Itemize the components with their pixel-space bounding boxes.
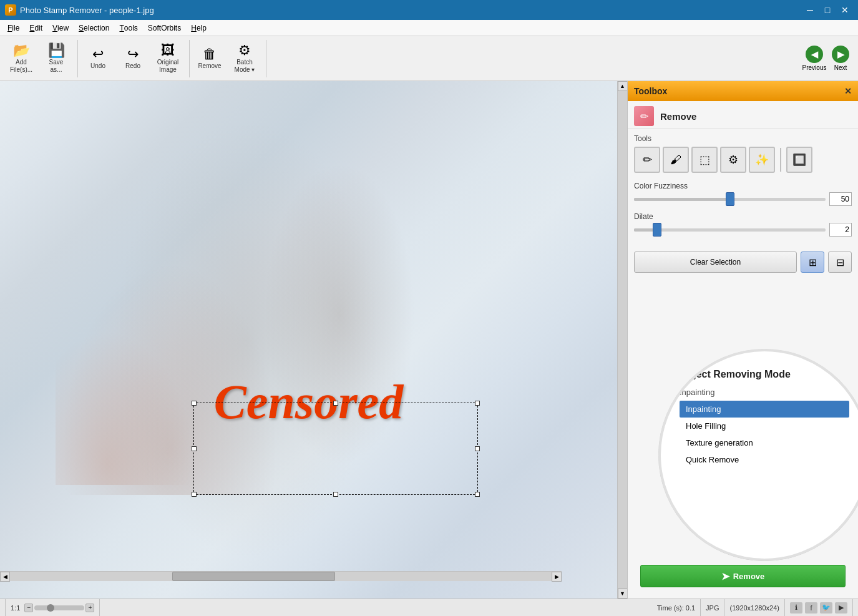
maximize-button[interactable]: □ (819, 3, 836, 17)
horizontal-scrollbar[interactable]: ◀ ▶ (0, 571, 562, 581)
mode-button-1[interactable]: ⊞ (801, 252, 824, 273)
menu-softorbits[interactable]: SoftOrbits (143, 20, 186, 36)
magic-wand-tool[interactable]: ⚙ (720, 147, 746, 173)
dropdown-title: Object Removing Mode (680, 369, 849, 380)
remove-arrow-icon: ➤ (721, 570, 729, 582)
wand-tool[interactable]: ✨ (749, 147, 775, 173)
menu-help[interactable]: Help (186, 20, 212, 36)
dilate-control: 2 (634, 223, 852, 237)
canvas-area[interactable]: Censored ◀ ▶ (0, 81, 617, 599)
hand-area (62, 262, 278, 495)
remove-action-area: ➤ Remove (634, 560, 852, 592)
add-files-button[interactable]: 📂 AddFile(s)... (5, 41, 37, 77)
scroll-down-button[interactable]: ▼ (618, 589, 628, 599)
color-fuzziness-track[interactable] (634, 198, 826, 201)
scroll-up-button[interactable]: ▲ (618, 81, 628, 91)
tools-label: Tools (634, 134, 852, 143)
dilate-thumb[interactable] (653, 223, 661, 237)
sliders-section: Color Fuzziness 50 Dilate 2 (628, 178, 858, 248)
photo-canvas: Censored (0, 81, 617, 599)
close-button[interactable]: ✕ (837, 3, 853, 17)
clear-selection-button[interactable]: Clear Selection (634, 252, 797, 273)
brush-tool[interactable]: 🖌 (663, 147, 689, 173)
info-icon[interactable]: ℹ (790, 602, 802, 614)
dropdown-option-quick-remove[interactable]: Quick Remove (680, 451, 849, 468)
batch-icon: ⚙ (238, 44, 251, 57)
undo-label: Undo (90, 62, 105, 70)
tools-row: ✏ 🖌 ⬚ ⚙ ✨ 🔲 (634, 147, 852, 173)
remove-button[interactable]: 🗑 Remove (193, 41, 226, 77)
menu-selection[interactable]: Selection (74, 20, 114, 36)
remove-action-button[interactable]: ➤ Remove (640, 565, 846, 587)
remove-icon: 🗑 (203, 47, 217, 61)
toolbox-title: Toolbox (634, 86, 667, 96)
dimensions-label: (1920x1280x24) (729, 604, 779, 612)
pencil-tool[interactable]: ✏ (634, 147, 660, 173)
zoom-out-button[interactable]: − (24, 604, 33, 612)
time-segment: Time (s): 0.1 (652, 599, 701, 616)
window-title: Photo Stamp Remover - people-1.jpg (20, 6, 154, 15)
zoom-in-button[interactable]: + (85, 604, 94, 612)
menu-bar: File Edit View Selection Tools SoftOrbit… (0, 20, 858, 36)
title-bar-controls[interactable]: ─ □ ✕ (802, 3, 853, 17)
remove-action-label: Remove (733, 572, 765, 581)
vertical-scrollbar[interactable]: ▲ ▼ (617, 81, 627, 599)
dilate-row: Dilate 2 (634, 212, 852, 237)
menu-view[interactable]: View (47, 20, 74, 36)
facebook-icon[interactable]: f (805, 602, 817, 614)
zoom-track[interactable] (34, 605, 84, 610)
scroll-v-track[interactable] (618, 91, 627, 589)
scroll-h-track[interactable] (10, 572, 552, 581)
batch-mode-button[interactable]: ⚙ BatchMode ▾ (228, 41, 261, 77)
scroll-h-thumb[interactable] (172, 572, 334, 581)
toolbox-close-button[interactable]: ✕ (844, 86, 852, 96)
dropdown-inner: Object Removing Mode Inpainting Inpainti… (661, 351, 858, 559)
dropdown-option-hole-filling[interactable]: Hole Filling (680, 418, 849, 434)
zoom-thumb[interactable] (47, 604, 54, 612)
dilate-track[interactable] (634, 228, 826, 232)
social-icons: ℹ f 🐦 ▶ (790, 602, 847, 614)
tool-separator (780, 148, 781, 172)
remove-label: Remove (198, 62, 221, 70)
original-image-label: OriginalImage (157, 59, 178, 74)
zoom-segment: 1:1 − + (5, 599, 100, 616)
youtube-icon[interactable]: ▶ (835, 602, 847, 614)
minimize-button[interactable]: ─ (802, 3, 818, 17)
add-files-label: AddFile(s)... (10, 59, 32, 74)
main-area: Censored ◀ ▶ ▲ ▼ (0, 81, 858, 599)
scroll-right-button[interactable]: ▶ (552, 572, 562, 582)
action-row: Clear Selection ⊞ ⊟ (628, 248, 858, 276)
dropdown-option-inpainting[interactable]: Inpainting (680, 401, 849, 418)
toolbar: 📂 AddFile(s)... 💾 Saveas... ↩ Undo ↪ Red… (0, 36, 858, 81)
menu-file[interactable]: File (2, 20, 24, 36)
object-removing-mode-dropdown: Object Removing Mode Inpainting Inpainti… (658, 349, 858, 561)
color-fuzziness-label: Color Fuzziness (634, 182, 852, 190)
original-image-button[interactable]: 🖼 OriginalImage (152, 41, 184, 77)
twitter-icon[interactable]: 🐦 (820, 602, 832, 614)
next-button[interactable]: ▶ Next (828, 41, 853, 77)
color-fuzziness-value[interactable]: 50 (829, 192, 852, 206)
zoom-label: 1:1 (11, 604, 20, 612)
previous-label: Previous (802, 64, 827, 71)
scroll-left-button[interactable]: ◀ (0, 572, 10, 582)
menu-tools[interactable]: Tools (114, 20, 142, 36)
undo-button[interactable]: ↩ Undo (82, 41, 114, 77)
menu-edit[interactable]: Edit (24, 20, 47, 36)
toolbar-edit-group: ↩ Undo ↪ Redo 🖼 OriginalImage (82, 40, 190, 77)
tools-section: Tools ✏ 🖌 ⬚ ⚙ ✨ 🔲 (628, 129, 858, 178)
dropdown-option-texture-generation[interactable]: Texture generation (680, 434, 849, 451)
format-segment: JPG (701, 599, 724, 616)
status-bar: 1:1 − + Time (s): 0.1 JPG (1920x1280x24)… (0, 599, 858, 616)
next-label: Next (834, 64, 847, 71)
stamp-tool[interactable]: 🔲 (786, 147, 812, 173)
redo-button[interactable]: ↪ Redo (117, 41, 149, 77)
save-as-button[interactable]: 💾 Saveas... (40, 41, 72, 77)
previous-button[interactable]: ◀ Previous (802, 41, 827, 77)
mode-button-2[interactable]: ⊟ (828, 252, 852, 273)
selection-rect-tool[interactable]: ⬚ (691, 147, 718, 173)
title-bar: P Photo Stamp Remover - people-1.jpg ─ □… (0, 0, 858, 20)
color-fuzziness-fill (634, 198, 730, 201)
dilate-value[interactable]: 2 (829, 223, 852, 237)
color-fuzziness-thumb[interactable] (726, 192, 734, 206)
time-label: Time (s): 0.1 (657, 604, 695, 612)
